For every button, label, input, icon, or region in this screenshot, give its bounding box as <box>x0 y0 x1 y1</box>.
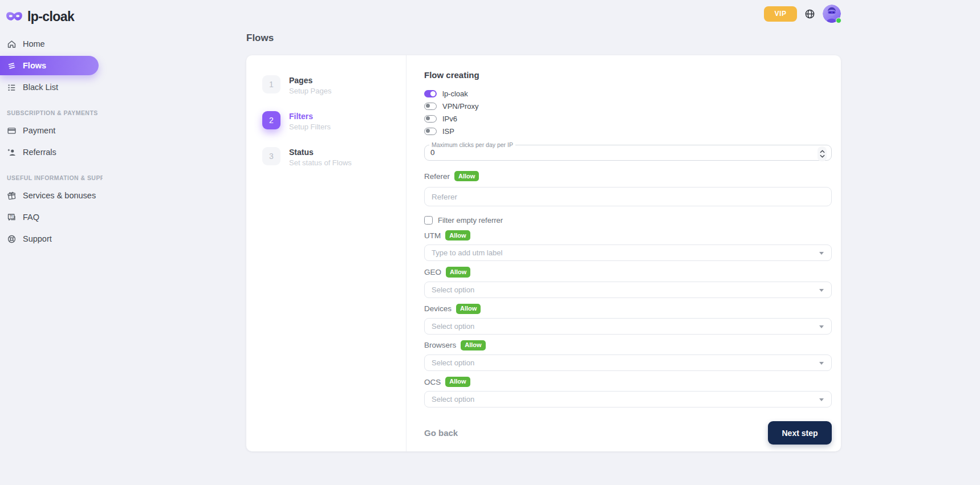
online-status-dot <box>836 18 841 23</box>
referer-allow-badge[interactable]: Allow <box>454 171 479 181</box>
sidebar-item-referrals[interactable]: Referrals <box>0 142 108 162</box>
step-subtitle: Set status of Flows <box>289 158 352 167</box>
chevron-up-icon <box>820 150 825 153</box>
browsers-allow-badge[interactable]: Allow <box>461 340 485 350</box>
step-status[interactable]: 3 Status Set status of Flows <box>262 147 395 167</box>
sidebar-item-faq[interactable]: ?! FAQ <box>0 207 108 227</box>
step-number: 1 <box>262 75 280 93</box>
step-title: Pages <box>289 75 331 85</box>
isp-toggle[interactable] <box>424 128 437 135</box>
home-icon <box>7 39 17 49</box>
sidebar-item-label: Home <box>23 39 45 48</box>
filter-empty-referrer-row[interactable]: Filter empty referrer <box>424 215 832 225</box>
step-filters[interactable]: 2 Filters Setup Filters <box>262 111 395 131</box>
step-subtitle: Setup Filters <box>289 123 331 131</box>
step-number: 2 <box>262 111 280 129</box>
vip-button[interactable]: VIP <box>764 6 797 22</box>
referer-label: Referer <box>424 172 450 181</box>
sidebar-item-payment[interactable]: Payment <box>0 121 108 140</box>
number-stepper[interactable] <box>818 146 827 161</box>
sidebar-item-label: Services & bonuses <box>23 191 96 200</box>
ocs-label: OCS <box>424 378 441 386</box>
brand-logo[interactable]: lp-cloak <box>0 7 108 26</box>
toggle-label: lp-cloak <box>442 89 468 98</box>
language-globe-icon[interactable] <box>804 9 815 19</box>
toggle-row-ipv6[interactable]: IPv6 <box>424 113 832 124</box>
lifebuoy-icon <box>7 234 17 244</box>
sidebar-item-label: Payment <box>23 126 55 135</box>
chevron-down-icon <box>820 154 825 158</box>
toggle-label: ISP <box>442 127 454 136</box>
steps-panel: 1 Pages Setup Pages 2 Filters Setup Filt… <box>246 55 406 451</box>
toggle-label: IPv6 <box>442 115 457 123</box>
ocs-allow-badge[interactable]: Allow <box>445 377 470 387</box>
ipv6-toggle[interactable] <box>424 115 437 123</box>
gift-icon <box>7 191 17 201</box>
step-title: Status <box>289 147 352 157</box>
max-clicks-label: Maximum clicks per day per IP <box>429 141 515 148</box>
max-clicks-field: Maximum clicks per day per IP <box>424 141 832 161</box>
toggle-row-isp[interactable]: ISP <box>424 125 832 137</box>
flow-creating-panel: Flow creating lp-cloak VPN/Proxy IPv6 IS… <box>406 55 841 451</box>
sidebar-section-support: USEFUL INFORMATION & SUPPORT <box>7 174 103 181</box>
browsers-label: Browsers <box>424 341 456 349</box>
geo-allow-badge[interactable]: Allow <box>446 267 470 277</box>
referer-input[interactable] <box>424 187 832 206</box>
dropdown-arrow-icon <box>819 398 824 401</box>
devices-select[interactable]: Select option <box>424 318 832 335</box>
brand-name: lp-cloak <box>27 9 74 25</box>
dropdown-arrow-icon <box>819 362 824 365</box>
devices-label: Devices <box>424 304 452 313</box>
utm-label: UTM <box>424 231 441 240</box>
sidebar-item-flows[interactable]: Flows <box>0 56 99 75</box>
checkbox-label: Filter empty referrer <box>438 216 503 225</box>
sidebar-item-black-list[interactable]: Black List <box>0 78 108 97</box>
faq-bubble-icon: ?! <box>7 213 17 222</box>
toggle-label: VPN/Proxy <box>442 102 479 111</box>
dropdown-arrow-icon <box>819 325 824 328</box>
lp-cloak-toggle[interactable] <box>424 90 437 97</box>
ocs-select[interactable]: Select option <box>424 391 832 407</box>
list-icon <box>7 83 17 92</box>
step-title: Filters <box>289 111 331 121</box>
sidebar-item-services-bonuses[interactable]: Services & bonuses <box>0 186 108 205</box>
geo-select[interactable]: Select option <box>424 282 832 298</box>
flow-card: 1 Pages Setup Pages 2 Filters Setup Filt… <box>246 55 841 451</box>
devices-allow-badge[interactable]: Allow <box>456 304 481 314</box>
user-avatar[interactable] <box>823 5 841 23</box>
dropdown-arrow-icon <box>819 289 824 292</box>
topbar: VIP <box>764 5 841 23</box>
vpn-proxy-toggle[interactable] <box>424 103 437 110</box>
sidebar-item-home[interactable]: Home <box>0 34 108 54</box>
step-number: 3 <box>262 147 280 165</box>
sidebar-item-label: Support <box>23 234 52 243</box>
utm-allow-badge[interactable]: Allow <box>445 230 470 241</box>
person-add-icon <box>7 148 17 157</box>
next-step-button[interactable]: Next step <box>768 421 832 445</box>
svg-text:?!: ?! <box>9 214 13 218</box>
sidebar-item-label: FAQ <box>23 213 39 222</box>
flows-icon <box>7 61 17 71</box>
toggle-row-lp-cloak[interactable]: lp-cloak <box>424 88 832 99</box>
go-back-link[interactable]: Go back <box>424 428 458 438</box>
max-clicks-input[interactable] <box>430 148 786 157</box>
toggle-row-vpn-proxy[interactable]: VPN/Proxy <box>424 100 832 112</box>
step-subtitle: Setup Pages <box>289 87 331 95</box>
sidebar-item-label: Black List <box>23 83 58 92</box>
dropdown-arrow-icon <box>819 252 824 255</box>
form-title: Flow creating <box>424 70 832 80</box>
mask-logo-icon <box>6 11 23 22</box>
page-title: Flows <box>246 32 274 44</box>
filter-empty-referrer-checkbox[interactable] <box>424 216 433 225</box>
sidebar-item-label: Flows <box>23 61 46 70</box>
utm-select[interactable]: Type to add utm label <box>424 244 832 261</box>
sidebar-section-payments: SUBSCRIPTION & PAYMENTS <box>7 109 103 116</box>
step-pages[interactable]: 1 Pages Setup Pages <box>262 75 395 95</box>
sidebar: lp-cloak Home Flows <box>0 0 108 251</box>
browsers-select[interactable]: Select option <box>424 354 832 371</box>
credit-card-icon <box>7 126 17 136</box>
sidebar-item-support[interactable]: Support <box>0 229 108 248</box>
geo-label: GEO <box>424 268 441 276</box>
sidebar-item-label: Referrals <box>23 148 56 157</box>
